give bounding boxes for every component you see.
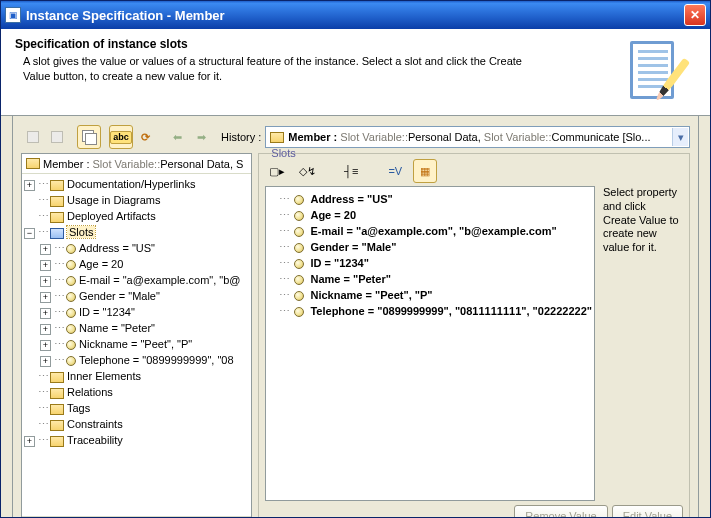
- header-area: Specification of instance slots A slot g…: [1, 29, 710, 116]
- slot-row-name[interactable]: ⋯ Name = "Peter": [268, 271, 592, 287]
- slots-tbtn-1[interactable]: ▢▸: [265, 159, 289, 183]
- tree-item-slots[interactable]: −⋯Slots: [24, 224, 251, 240]
- close-icon[interactable]: ✕: [684, 4, 706, 26]
- toolbar-btn-copy[interactable]: [77, 125, 101, 149]
- expander-icon[interactable]: −: [24, 228, 35, 239]
- toolbar-btn-back[interactable]: ⬅: [165, 125, 189, 149]
- toolbar-btn-forward[interactable]: ➡: [189, 125, 213, 149]
- toolbar-btn-abc[interactable]: abc: [109, 125, 133, 149]
- slots-legend: Slots: [267, 147, 299, 159]
- tree-slot-id[interactable]: +⋯ID = "1234": [24, 304, 251, 320]
- tree-item-relations[interactable]: ⋯Relations: [24, 384, 251, 400]
- slot-row-address[interactable]: ⋯ Address = "US": [268, 191, 592, 207]
- toolbar-btn-refresh[interactable]: ⟳: [133, 125, 157, 149]
- history-item-icon: [270, 132, 284, 143]
- tree-item-tags[interactable]: ⋯Tags: [24, 400, 251, 416]
- header-description: A slot gives the value or values of a st…: [15, 54, 546, 84]
- main-toolbar: abc ⟳ ⬅ ➡ History : Member : Slot Variab…: [21, 124, 690, 150]
- expander-icon[interactable]: +: [24, 180, 35, 191]
- window-title: Instance Specification - Member: [26, 8, 684, 23]
- slots-tbtn-eqv[interactable]: =V: [383, 159, 407, 183]
- tree-slot-gender[interactable]: +⋯Gender = "Male": [24, 288, 251, 304]
- slots-tbtn-grid[interactable]: ▦: [413, 159, 437, 183]
- content-panel: abc ⟳ ⬅ ➡ History : Member : Slot Variab…: [12, 116, 699, 518]
- slots-list[interactable]: ⋯ Address = "US" ⋯ Age = 20 ⋯ E-mail = "…: [265, 186, 595, 501]
- toolbar-btn-1[interactable]: [21, 125, 45, 149]
- slots-toolbar: ▢▸ ◇↯ ┤≡ =V ▦: [265, 158, 683, 184]
- remove-value-button[interactable]: Remove Value: [514, 505, 607, 518]
- tree-item-usage[interactable]: ⋯Usage in Diagrams: [24, 192, 251, 208]
- slots-hint: Select property and click Create Value t…: [601, 186, 683, 501]
- header-illustration-icon: [626, 37, 696, 107]
- split-panes: Member : Slot Variable::Personal Data, S…: [21, 153, 690, 518]
- tree-slot-nickname[interactable]: +⋯Nickname = "Peet", "P": [24, 336, 251, 352]
- slot-row-telephone[interactable]: ⋯ Telephone = "0899999999", "0811111111"…: [268, 303, 592, 319]
- edit-value-button[interactable]: Edit Value: [612, 505, 683, 518]
- tree-body[interactable]: +⋯Documentation/Hyperlinks ⋯Usage in Dia…: [22, 174, 251, 516]
- toolbar-btn-2[interactable]: [45, 125, 69, 149]
- tree-item-deployed[interactable]: ⋯Deployed Artifacts: [24, 208, 251, 224]
- slot-row-id[interactable]: ⋯ ID = "1234": [268, 255, 592, 271]
- tree-item-inner[interactable]: ⋯Inner Elements: [24, 368, 251, 384]
- tree-item-docs[interactable]: +⋯Documentation/Hyperlinks: [24, 176, 251, 192]
- history-label: History :: [221, 131, 261, 143]
- tree-pane: Member : Slot Variable::Personal Data, S…: [21, 153, 252, 518]
- tree-slot-name[interactable]: +⋯Name = "Peter": [24, 320, 251, 336]
- history-dropdown-icon[interactable]: ▾: [672, 128, 688, 146]
- tree-slot-telephone[interactable]: +⋯Telephone = "0899999999", "08: [24, 352, 251, 368]
- tree-slot-email[interactable]: +⋯E-mail = "a@example.com", "b@: [24, 272, 251, 288]
- history-combobox[interactable]: Member : Slot Variable::Personal Data, S…: [265, 126, 690, 148]
- slot-row-email[interactable]: ⋯ E-mail = "a@example.com", "b@example.c…: [268, 223, 592, 239]
- app-icon: ▣: [5, 7, 21, 23]
- tree-slot-address[interactable]: +⋯Address = "US": [24, 240, 251, 256]
- history-text: Member : Slot Variable::Personal Data, S…: [288, 131, 650, 143]
- tree-slot-age[interactable]: +⋯Age = 20: [24, 256, 251, 272]
- tree-item-constraints[interactable]: ⋯Constraints: [24, 416, 251, 432]
- slots-tbtn-tree[interactable]: ┤≡: [339, 159, 363, 183]
- header-heading: Specification of instance slots: [15, 37, 546, 51]
- slot-row-gender[interactable]: ⋯ Gender = "Male": [268, 239, 592, 255]
- slots-tbtn-2[interactable]: ◇↯: [295, 159, 319, 183]
- titlebar: ▣ Instance Specification - Member ✕: [1, 1, 710, 29]
- slots-fieldset: Slots ▢▸ ◇↯ ┤≡ =V ▦ ⋯ Address = "US" ⋯ A…: [258, 153, 690, 518]
- tree-header: Member : Slot Variable::Personal Data, S: [22, 154, 251, 174]
- slot-row-age[interactable]: ⋯ Age = 20: [268, 207, 592, 223]
- tree-item-trace[interactable]: +⋯Traceability: [24, 432, 251, 448]
- slot-row-nickname[interactable]: ⋯ Nickname = "Peet", "P": [268, 287, 592, 303]
- member-icon: [26, 158, 40, 169]
- slots-pane: Slots ▢▸ ◇↯ ┤≡ =V ▦ ⋯ Address = "US" ⋯ A…: [258, 153, 690, 518]
